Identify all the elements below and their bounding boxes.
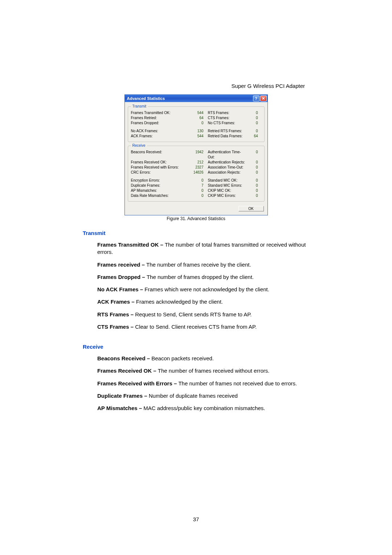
stat-value: 130	[189, 129, 204, 134]
stat-label: Standard MIC Errors:	[204, 183, 247, 188]
stat-value: 0	[247, 188, 258, 193]
stat-label: Authentication Time-Out:	[204, 150, 247, 160]
stat-value: 544	[189, 134, 204, 139]
receive-legend: Receive	[131, 143, 147, 147]
section-head-receive: Receive	[83, 344, 319, 350]
help-icon[interactable]: ?	[253, 96, 260, 101]
stat-value: 0	[247, 170, 258, 175]
stat-label: Data Rate Mismatches:	[131, 193, 189, 198]
stat-row: ACK Frames: 544 Retried Data Frames: 64	[131, 134, 261, 139]
stat-row: Frames Retried: 64 CTS Frames: 0	[131, 116, 261, 121]
stat-label: No ACK Frames:	[131, 129, 189, 134]
stat-row: Frames Received with Errors: 2327 Associ…	[131, 165, 261, 170]
desc-text: Frames which were not acknowledged by th…	[144, 286, 269, 292]
desc-item: CTS Frames – Clear to Send. Client recei…	[97, 323, 319, 331]
desc-term: RTS Frames –	[97, 311, 135, 317]
stat-label: Standard MIC OK:	[204, 178, 247, 183]
desc-term: AP Mismatches –	[97, 405, 143, 411]
stat-label: Frames Retried:	[131, 116, 189, 121]
desc-text: The number of frames receive by the clie…	[146, 262, 251, 268]
stat-label: Frames Dropped:	[131, 121, 189, 126]
desc-text: The number of frames received without er…	[158, 368, 270, 374]
desc-text: The number of frames dropped by the clie…	[147, 274, 254, 280]
page-header: Super G Wireless PCI Adapter	[231, 83, 305, 89]
desc-term: Beacons Received –	[97, 355, 151, 361]
stat-label: Beacons Received:	[131, 150, 189, 160]
stat-row: CRC Errors: 14826 Association Rejects: 0	[131, 170, 261, 175]
stat-value: 0	[247, 110, 258, 116]
desc-item: ACK Frames – Frames acknowledged by the …	[97, 298, 319, 305]
stat-value: 0	[247, 160, 258, 165]
stat-label: CRC Errors:	[131, 170, 189, 175]
desc-item: RTS Frames – Request to Send, Client sen…	[97, 311, 319, 318]
stat-label: Association Rejects:	[204, 170, 247, 175]
stat-row: Duplicate Frames: 7 Standard MIC Errors:…	[131, 183, 261, 188]
stat-label: Frames Transmitted OK:	[131, 110, 189, 116]
desc-term: Frames Received OK –	[97, 368, 158, 374]
stat-row: Frames Received OK: 212 Authentication R…	[131, 160, 261, 165]
stat-row: Encryption Errors: 0 Standard MIC OK: 0	[131, 178, 261, 183]
stat-value: 0	[189, 193, 204, 198]
desc-term: Frames Transmitted OK –	[97, 242, 165, 248]
stat-value: 0	[247, 193, 258, 198]
desc-term: No ACK Frames –	[97, 286, 144, 292]
stat-label: Authentication Rejects:	[204, 160, 247, 165]
desc-text: MAC address/public key combination misma…	[143, 405, 265, 411]
stat-value: 0	[189, 178, 204, 183]
stat-value: 0	[247, 183, 258, 188]
stat-value: 64	[189, 116, 204, 121]
desc-item: Frames Dropped – The number of frames dr…	[97, 274, 319, 281]
dialog-titlebar: Advanced Statistics ? ✕	[125, 95, 268, 102]
ok-button[interactable]: OK	[238, 206, 264, 211]
stat-label: No CTS Frames:	[204, 121, 247, 126]
stat-value: 1942	[189, 150, 204, 160]
desc-text: Clear to Send. Client receives CTS frame…	[135, 324, 257, 330]
figure-caption: Figure 31. Advanced Statistics	[124, 216, 268, 221]
stat-value: 0	[247, 165, 258, 170]
stat-label: Frames Received OK:	[131, 160, 189, 165]
transmit-groupbox: Transmit Frames Transmitted OK: 544 RTS …	[128, 106, 265, 142]
stat-row: Data Rate Mismatches: 0 CKIP MIC Errors:…	[131, 193, 261, 198]
desc-term: Frames Received with Errors –	[97, 380, 178, 386]
stat-value: 0	[247, 121, 258, 126]
desc-item: Frames Received with Errors – The number…	[97, 380, 319, 387]
stat-label: Frames Received with Errors:	[131, 165, 189, 170]
stat-value: 0	[189, 188, 204, 193]
stat-row: No ACK Frames: 130 Retried RTS Frames: 0	[131, 129, 261, 134]
desc-term: Duplicate Frames –	[97, 393, 149, 399]
stat-label: Association Time-Out:	[204, 165, 247, 170]
desc-item: Duplicate Frames – Number of duplicate f…	[97, 392, 319, 400]
stat-value: 2327	[189, 165, 204, 170]
stat-row: Frames Transmitted OK: 544 RTS Frames: 0	[131, 110, 261, 116]
desc-item: Frames received – The number of frames r…	[97, 261, 319, 268]
desc-term: CTS Frames –	[97, 324, 135, 330]
stat-value: 544	[189, 110, 204, 116]
desc-item: Beacons Received – Beacon packets receiv…	[97, 355, 319, 362]
stat-label: Encryption Errors:	[131, 178, 189, 183]
stat-row: AP Mismatches: 0 CKIP MIC OK: 0	[131, 188, 261, 193]
transmit-legend: Transmit	[131, 104, 148, 108]
desc-term: Frames Dropped –	[97, 274, 147, 280]
close-icon[interactable]: ✕	[260, 96, 267, 101]
stat-value: 212	[189, 160, 204, 165]
stat-label: RTS Frames:	[204, 110, 247, 116]
page-number: 37	[0, 516, 392, 522]
desc-item: Frames Transmitted OK – The number of to…	[97, 241, 319, 256]
stat-value: 0	[247, 129, 258, 134]
desc-term: Frames received –	[97, 262, 146, 268]
stat-value: 14826	[189, 170, 204, 175]
stat-value: 0	[247, 150, 258, 160]
stat-label: Retried Data Frames:	[204, 134, 247, 139]
desc-item: AP Mismatches – MAC address/public key c…	[97, 405, 319, 412]
desc-text: The number of frames not received due to…	[178, 380, 297, 386]
stat-label: CKIP MIC Errors:	[204, 193, 247, 198]
stat-label: CTS Frames:	[204, 116, 247, 121]
stat-value: 7	[189, 183, 204, 188]
dialog-title: Advanced Statistics	[127, 96, 252, 101]
stat-value: 0	[247, 116, 258, 121]
stat-value: 64	[247, 134, 258, 139]
stat-row: Beacons Received: 1942 Authentication Ti…	[131, 150, 261, 160]
stat-row: Frames Dropped: 0 No CTS Frames: 0	[131, 121, 261, 126]
desc-text: Request to Send, Client sends RTS frame …	[135, 311, 252, 317]
stat-label: CKIP MIC OK:	[204, 188, 247, 193]
